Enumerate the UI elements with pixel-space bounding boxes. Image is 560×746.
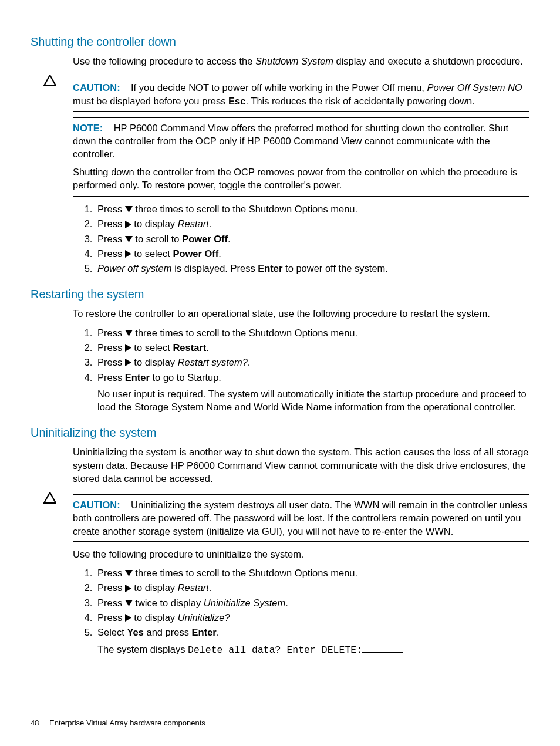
heading-uninitializing: Uninitializing the system xyxy=(31,425,529,441)
section3-body: Uninitializing the system is another way… xyxy=(73,445,529,485)
svg-marker-10 xyxy=(125,585,131,592)
arrow-down-icon xyxy=(125,330,133,336)
arrow-down-icon xyxy=(125,236,133,242)
section1-step-2: Press to display Restart. xyxy=(95,217,529,230)
arrow-right-icon xyxy=(125,585,131,592)
caution-1-block: CAUTION: If you decide NOT to power off … xyxy=(73,77,529,112)
section2-step-3: Press to display Restart system?. xyxy=(95,356,529,369)
svg-marker-8 xyxy=(44,492,56,503)
section3-post: Use the following procedure to uninitial… xyxy=(73,548,529,561)
section1-step-4: Press to select Power Off. xyxy=(95,247,529,260)
svg-marker-5 xyxy=(125,330,133,336)
caution-2: CAUTION: Uninitializing the system destr… xyxy=(43,491,529,663)
svg-marker-11 xyxy=(125,600,133,606)
arrow-right-icon xyxy=(125,250,131,258)
section1-step-5: Power off system is displayed. Press Ent… xyxy=(95,262,529,275)
input-blank xyxy=(362,652,403,653)
caution-label: CAUTION: xyxy=(73,82,120,93)
page-footer: 48 Enterprise Virtual Array hardware com… xyxy=(31,718,205,728)
section3-steps: Press three times to scroll to the Shutd… xyxy=(73,566,529,657)
section2-step-4-note: No user input is required. The system wi… xyxy=(97,387,529,414)
svg-marker-4 xyxy=(125,250,131,258)
caution-2-block: CAUTION: Uninitializing the system destr… xyxy=(73,494,529,542)
section3-step-5: Select Yes and press Enter. The system d… xyxy=(95,626,529,657)
section3-step-2: Press to display Restart. xyxy=(95,581,529,594)
arrow-down-icon xyxy=(125,206,133,212)
footer-title: Enterprise Virtual Array hardware compon… xyxy=(49,718,205,727)
svg-marker-2 xyxy=(125,221,131,228)
arrow-right-icon xyxy=(125,614,131,622)
heading-restarting: Restarting the system xyxy=(31,286,529,302)
arrow-down-icon xyxy=(125,600,133,606)
caution-icon xyxy=(43,73,73,89)
note-label: NOTE: xyxy=(73,123,103,133)
heading-shutting-down: Shutting the controller down xyxy=(31,34,529,50)
section3-intro: Uninitializing the system is another way… xyxy=(73,445,529,485)
caution-label: CAUTION: xyxy=(73,499,120,510)
arrow-right-icon xyxy=(125,344,131,352)
section1-steps: Press three times to scroll to the Shutd… xyxy=(73,202,529,275)
svg-marker-0 xyxy=(44,75,56,86)
section2-body: To restore the controller to an operatio… xyxy=(73,307,529,413)
caution-icon xyxy=(43,491,73,507)
section2-steps: Press three times to scroll to the Shutd… xyxy=(73,326,529,414)
section3-step-5-note: The system displays Delete all data? Ent… xyxy=(97,643,529,657)
section2-step-2: Press to select Restart. xyxy=(95,341,529,354)
section2-intro: To restore the controller to an operatio… xyxy=(73,307,529,320)
arrow-right-icon xyxy=(125,359,131,366)
section3-step-4: Press to display Uninitialize? xyxy=(95,611,529,624)
section3-step-1: Press three times to scroll to the Shutd… xyxy=(95,566,529,579)
arrow-right-icon xyxy=(125,221,131,228)
section2-step-4: Press Enter to go to Startup. No user in… xyxy=(95,371,529,414)
caution-1: CAUTION: If you decide NOT to power off … xyxy=(43,73,529,281)
page-number: 48 xyxy=(31,718,39,728)
note-1-block: NOTE: HP P6000 Command View offers the p… xyxy=(73,117,529,197)
section2-step-1: Press three times to scroll to the Shutd… xyxy=(95,326,529,339)
section1-intro: Use the following procedure to access th… xyxy=(73,55,529,67)
document-page: Shutting the controller down Use the fol… xyxy=(0,0,560,746)
svg-marker-1 xyxy=(125,206,133,212)
arrow-down-icon xyxy=(125,570,133,576)
svg-marker-6 xyxy=(125,344,131,352)
section3-step-3: Press twice to display Uninitialize Syst… xyxy=(95,596,529,609)
section1-step-1: Press three times to scroll to the Shutd… xyxy=(95,202,529,215)
svg-marker-3 xyxy=(125,236,133,242)
section1-step-3: Press to scroll to Power Off. xyxy=(95,232,529,245)
svg-marker-9 xyxy=(125,570,133,576)
section1-body: Use the following procedure to access th… xyxy=(73,55,529,67)
svg-marker-7 xyxy=(125,359,131,366)
svg-marker-12 xyxy=(125,614,131,622)
